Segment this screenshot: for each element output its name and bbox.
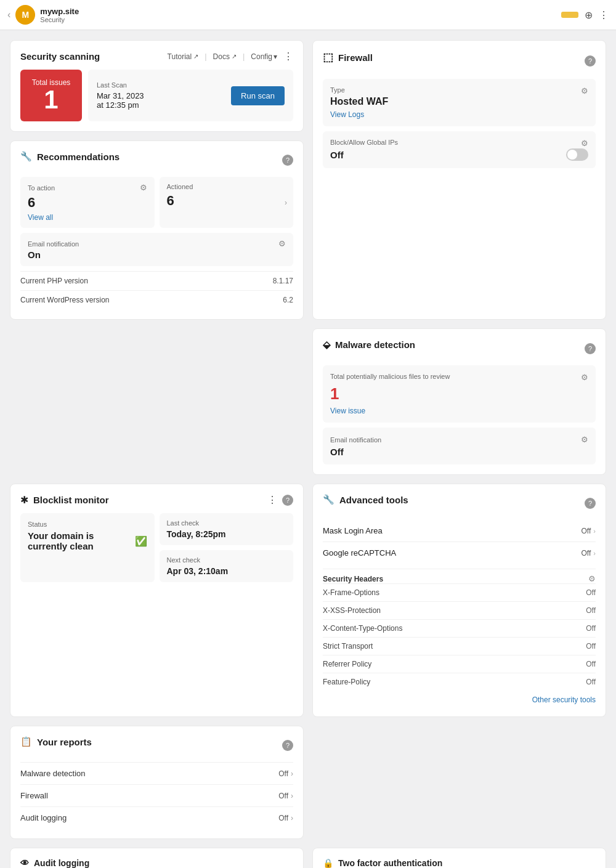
total-issues-box: Total issues 1 xyxy=(20,70,82,121)
strict-transport-val: Off xyxy=(586,642,596,651)
ss-body: Total issues 1 Last Scan Mar 31, 2023 at… xyxy=(20,70,293,121)
to-action-box: To action ⚙ 6 View all xyxy=(20,177,155,228)
wp-val: 6.2 xyxy=(283,296,293,304)
security-headers-header: Security Headers ⚙ xyxy=(323,569,596,583)
at-sub-row-strict: Strict Transport Off xyxy=(323,637,596,655)
fw-settings-icon[interactable]: ⚙ xyxy=(581,86,588,95)
back-button[interactable]: ‹ xyxy=(7,9,10,20)
md-files-num: 1 xyxy=(330,384,588,404)
chevron-down-icon: ▾ xyxy=(274,52,277,61)
top-bar: ‹ M mywp.site Security ⊕ ⋮ xyxy=(0,0,616,30)
ss-toolbar: Tutorial ↗ | Docs ↗ | Config ▾ ⋮ xyxy=(168,51,293,62)
bm-title: Blocklist monitor xyxy=(33,495,109,505)
email-notif-box: Email notification ⚙ On xyxy=(20,233,293,266)
fw-title: ⬚ Firewall xyxy=(323,51,373,64)
report-row-audit[interactable]: Audit logging Off › xyxy=(20,806,293,829)
other-security-tools-link[interactable]: Other security tools xyxy=(323,691,596,707)
md-files-gear-icon[interactable]: ⚙ xyxy=(581,373,588,382)
wp-label: Current WordPress version xyxy=(20,296,110,304)
view-issue-link[interactable]: View issue xyxy=(330,407,365,415)
fw-type-section: Type Hosted WAF View Logs ⚙ xyxy=(323,79,596,126)
more-options-icon[interactable]: ⋮ xyxy=(283,51,293,62)
at-sub-row-xframe: X-Frame-Options Off xyxy=(323,583,596,601)
xcontent-val: Off xyxy=(586,624,596,633)
strict-transport-label: Strict Transport xyxy=(323,642,373,651)
more-menu-icon[interactable]: ⋮ xyxy=(599,9,609,21)
lock-icon: 🔒 xyxy=(323,858,333,868)
bm-help-icon[interactable]: ? xyxy=(282,495,293,506)
blocklist-monitor-card: ✱ Blocklist monitor ⋮ ? Status Your doma… xyxy=(10,484,304,717)
view-all-link[interactable]: View all xyxy=(28,213,53,222)
at-help-icon[interactable]: ? xyxy=(585,498,596,509)
at-row-recaptcha[interactable]: Google reCAPTCHA Off › xyxy=(323,541,596,564)
at-sub-row-referrer: Referrer Policy Off xyxy=(323,655,596,673)
fw-block-label: Block/Allow Global IPs xyxy=(330,139,398,146)
firewall-icon: ⬚ xyxy=(323,51,333,64)
md-notif-gear-icon[interactable]: ⚙ xyxy=(581,435,588,444)
at-header: 🔧 Advanced tools ? xyxy=(323,494,596,513)
xframe-val: Off xyxy=(586,588,596,597)
rec-grid: To action ⚙ 6 View all Actioned › 6 xyxy=(20,177,293,228)
to-action-gear-icon[interactable]: ⚙ xyxy=(140,183,147,192)
mask-login-label: Mask Login Area xyxy=(323,526,383,535)
bm-more-icon[interactable]: ⋮ xyxy=(267,494,277,506)
report-row-firewall[interactable]: Firewall Off › xyxy=(20,784,293,806)
top-bar-right: ⊕ ⋮ xyxy=(561,9,609,21)
report-malware-val: Off › xyxy=(278,769,293,778)
md-header: ⬙ Malware detection ? xyxy=(323,339,596,358)
toggle-knob xyxy=(567,150,577,160)
md-files-section: Total potentially malicious files to rev… xyxy=(323,365,596,423)
audit-logging-card: 👁 Audit logging Track and log events whe… xyxy=(10,848,304,868)
rec-title: 🔧 Recommendations xyxy=(20,151,120,162)
at-sub-row-feature: Feature-Policy Off xyxy=(323,673,596,691)
help-icon[interactable]: ? xyxy=(585,55,596,67)
docs-button[interactable]: Docs ↗ xyxy=(213,52,237,61)
config-button[interactable]: Config ▾ xyxy=(251,52,277,61)
run-scan-button[interactable]: Run scan xyxy=(231,86,285,105)
two-factor-title: 🔒 Two factor authentication xyxy=(323,858,596,868)
xcontent-label: X-Content-Type-Options xyxy=(323,624,402,633)
md-help-icon[interactable]: ? xyxy=(585,343,596,354)
report-arrow-icon: › xyxy=(291,814,293,822)
reports-help-icon[interactable]: ? xyxy=(282,740,293,751)
md-files-label: Total potentially malicious files to rev… xyxy=(330,373,450,380)
feature-policy-val: Off xyxy=(586,678,596,686)
reports-header: 📋 Your reports ? xyxy=(20,736,293,755)
arrow-icon: › xyxy=(593,527,596,535)
php-version-row: Current PHP version 8.1.17 xyxy=(20,271,293,290)
last-scan-label: Last Scan xyxy=(97,81,144,89)
avatar: M xyxy=(15,5,35,25)
fw-toggle-switch[interactable] xyxy=(566,148,588,161)
report-audit-label: Audit logging xyxy=(20,813,67,822)
bm-status-val: Your domain is currently clean ✅ xyxy=(28,530,147,551)
fw-block-gear-icon[interactable]: ⚙ xyxy=(581,139,588,148)
report-arrow-icon: › xyxy=(291,769,293,778)
two-factor-card: 🔒 Two factor authentication Protect your… xyxy=(312,848,606,868)
view-logs-link[interactable]: View Logs xyxy=(330,110,364,119)
bm-status-box: Status Your domain is currently clean ✅ xyxy=(20,513,155,582)
email-notif-gear-icon[interactable]: ⚙ xyxy=(278,239,286,248)
site-name: mywp.site xyxy=(40,7,79,16)
security-headers-gear-icon[interactable]: ⚙ xyxy=(588,574,596,583)
actioned-num: 6 xyxy=(167,193,286,209)
bm-next-check-box: Next check Apr 03, 2:10am xyxy=(160,550,294,582)
wordpress-icon[interactable]: ⊕ xyxy=(585,9,593,21)
external-link-icon: ↗ xyxy=(193,53,198,60)
report-row-malware[interactable]: Malware detection Off › xyxy=(20,762,293,784)
report-firewall-label: Firewall xyxy=(20,791,48,800)
total-issues-num: 1 xyxy=(44,87,58,113)
actioned-box[interactable]: Actioned › 6 xyxy=(160,177,294,228)
site-info: mywp.site Security xyxy=(40,7,79,23)
bm-checks: Last check Today, 8:25pm Next check Apr … xyxy=(160,513,294,582)
last-scan-time: at 12:35 pm xyxy=(97,100,144,110)
at-row-mask-login[interactable]: Mask Login Area Off › xyxy=(323,520,596,541)
referrer-val: Off xyxy=(586,660,596,668)
advanced-tools-card: 🔧 Advanced tools ? Mask Login Area Off ›… xyxy=(312,484,606,717)
security-scanning-card: Security scanning Tutorial ↗ | Docs ↗ | … xyxy=(10,40,304,132)
xxss-label: X-XSS-Protection xyxy=(323,606,381,615)
main-content: Security scanning Tutorial ↗ | Docs ↗ | … xyxy=(0,30,616,868)
tutorial-button[interactable]: Tutorial ↗ xyxy=(168,52,199,61)
rec-help-icon[interactable]: ? xyxy=(282,155,293,166)
bm-last-check-label: Last check xyxy=(167,519,286,527)
last-scan-box: Last Scan Mar 31, 2023 at 12:35 pm Run s… xyxy=(88,70,293,121)
